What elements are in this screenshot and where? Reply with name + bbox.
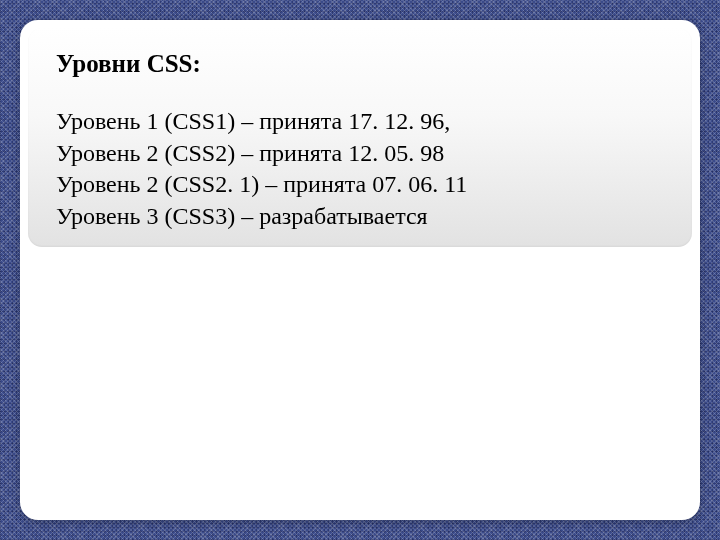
content-band: Уровни CSS: Уровень 1 (CSS1) – принята 1… <box>28 28 692 247</box>
body-line: Уровень 1 (CSS1) – принята 17. 12. 96, <box>56 106 664 138</box>
body-line: Уровень 3 (CSS3) – разрабатывается <box>56 201 664 233</box>
slide-title: Уровни CSS: <box>56 50 664 78</box>
slide-container: Уровни CSS: Уровень 1 (CSS1) – принята 1… <box>20 20 700 520</box>
body-line: Уровень 2 (CSS2. 1) – принята 07. 06. 11 <box>56 169 664 201</box>
body-line: Уровень 2 (CSS2) – принята 12. 05. 98 <box>56 138 664 170</box>
